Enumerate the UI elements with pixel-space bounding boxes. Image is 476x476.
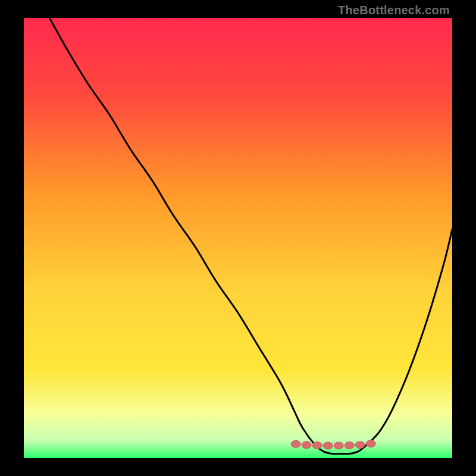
bottleneck-curve — [49, 18, 452, 454]
marker-dot — [291, 440, 300, 447]
watermark-text: TheBottleneck.com — [338, 4, 450, 17]
marker-dot — [302, 441, 311, 449]
marker-dot — [355, 441, 365, 449]
curve-layer — [24, 18, 452, 458]
marker-dot — [366, 440, 375, 447]
marker-dot — [312, 442, 322, 449]
marker-dot — [334, 442, 343, 449]
chart-frame: TheBottleneck.com — [0, 0, 476, 476]
optimal-range-markers — [291, 440, 375, 449]
marker-dot — [345, 442, 354, 449]
plot-area — [24, 18, 452, 458]
marker-dot — [323, 442, 333, 449]
